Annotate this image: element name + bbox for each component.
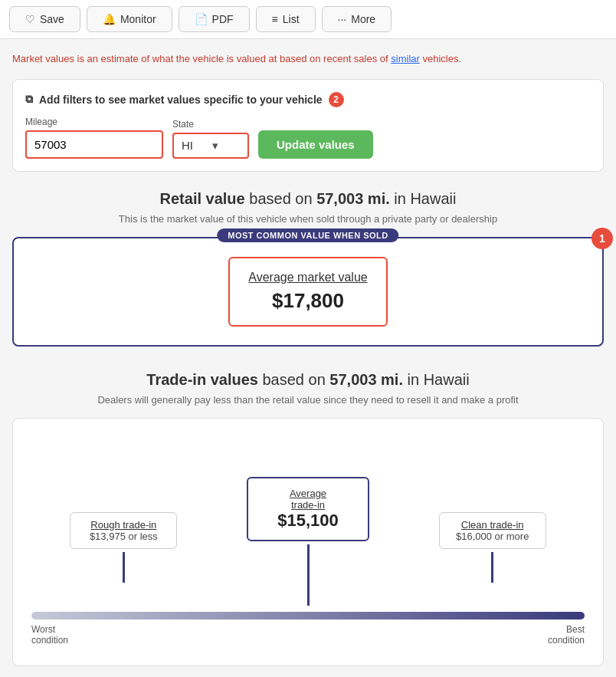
bell-icon: 🔔 (103, 13, 116, 25)
trade-title-suffix: in Hawaii (403, 371, 470, 388)
state-group: State HI ▾ (172, 119, 249, 159)
clean-box: Clean trade-in $16,000 or more (439, 512, 546, 549)
list-icon: ≡ (272, 13, 278, 25)
clean-stem (491, 552, 493, 583)
avg-market-label[interactable]: Average market value (248, 271, 367, 284)
retail-title-bold: Retail value (160, 190, 245, 207)
retail-title-suffix: in Hawaii (390, 190, 457, 207)
save-label: Save (40, 13, 64, 25)
save-button[interactable]: ♡ Save (9, 6, 80, 32)
main-content: Market values is an estimate of what the… (0, 39, 616, 677)
similar-link[interactable]: similar (391, 53, 420, 64)
clean-col: Clean trade-in $16,000 or more (400, 512, 585, 583)
bar-chart: Rough trade-in $13,975 or less Average t… (31, 437, 585, 653)
avg-label-line2: trade-in (291, 499, 325, 511)
best-condition-label: Bestcondition (548, 624, 585, 646)
monitor-button[interactable]: 🔔 Monitor (87, 6, 172, 32)
pdf-icon: 📄 (195, 13, 208, 25)
ellipsis-icon: ··· (338, 13, 347, 25)
heart-icon: ♡ (25, 13, 35, 25)
list-button[interactable]: ≡ List (256, 6, 316, 32)
condition-labels: Worstcondition Bestcondition (31, 624, 585, 646)
toolbar: ♡ Save 🔔 Monitor 📄 PDF ≡ List ··· More (0, 0, 616, 39)
more-button[interactable]: ··· More (322, 6, 392, 32)
trade-title: Trade-in values based on 57,003 mi. in H… (12, 368, 604, 391)
list-label: List (283, 13, 300, 25)
retail-badge-num: 1 (591, 228, 613, 249)
state-select[interactable]: HI ▾ (172, 133, 249, 159)
gradient-bar-row (31, 612, 585, 619)
avg-stem (307, 544, 310, 606)
filters-icon: ⧉ (25, 93, 33, 106)
trade-title-mid: based on (258, 371, 329, 388)
bars-row: Rough trade-in $13,975 or less Average t… (31, 437, 585, 606)
trade-chart-area: Rough trade-in $13,975 or less Average t… (12, 418, 604, 666)
state-label: State (172, 119, 249, 130)
mileage-label: Mileage (25, 117, 163, 127)
gradient-bar (31, 612, 585, 619)
state-value: HI (182, 139, 209, 152)
rough-stem (123, 552, 125, 583)
more-label: More (351, 13, 375, 25)
monitor-label: Monitor (120, 13, 156, 25)
rough-col: Rough trade-in $13,975 or less (31, 512, 216, 583)
filters-badge: 2 (329, 92, 344, 107)
trade-subtitle: Dealers will generally pay less than the… (12, 394, 604, 406)
filters-title-text: Add filters to see market values specifi… (39, 94, 323, 106)
filters-row: Mileage State HI ▾ Update values (25, 117, 591, 159)
retail-title-mid: based on (245, 190, 316, 207)
avg-box: Average trade-in $15,100 (247, 477, 369, 541)
pdf-label: PDF (212, 13, 234, 25)
mileage-group: Mileage (25, 117, 163, 159)
most-common-center: Average market value $17,800 (29, 257, 587, 327)
clean-label[interactable]: Clean trade-in (447, 519, 538, 531)
retail-section: Retail value based on 57,003 mi. in Hawa… (12, 187, 604, 347)
retail-title: Retail value based on 57,003 mi. in Hawa… (12, 187, 604, 210)
avg-col: Average trade-in $15,100 (216, 477, 401, 606)
update-values-button[interactable]: Update values (258, 130, 373, 159)
avg-trade-value: $15,100 (260, 511, 356, 531)
avg-trade-label: Average trade-in (260, 488, 356, 511)
worst-condition-label: Worstcondition (31, 624, 68, 646)
most-common-container: MOST COMMON VALUE WHEN SOLD 1 Average ma… (12, 237, 604, 347)
retail-subtitle: This is the market value of this vehicle… (12, 213, 604, 225)
avg-label-line1: Average (290, 488, 326, 499)
filters-title: ⧉ Add filters to see market values speci… (25, 92, 591, 107)
trade-mileage: 57,003 mi. (329, 371, 403, 388)
market-notice: Market values is an estimate of what the… (12, 51, 604, 67)
mileage-input[interactable] (25, 130, 163, 159)
rough-label[interactable]: Rough trade-in (78, 519, 169, 531)
clean-value: $16,000 or more (447, 531, 538, 542)
avg-market-value: $17,800 (248, 289, 367, 313)
retail-mileage: 57,003 mi. (316, 190, 390, 207)
pdf-button[interactable]: 📄 PDF (179, 6, 250, 32)
trade-section: Trade-in values based on 57,003 mi. in H… (12, 368, 604, 666)
chevron-down-icon: ▾ (212, 139, 240, 153)
most-common-badge: MOST COMMON VALUE WHEN SOLD (217, 228, 398, 242)
filters-box: ⧉ Add filters to see market values speci… (12, 79, 604, 172)
trade-title-bold: Trade-in values (146, 371, 258, 388)
avg-market-box: Average market value $17,800 (228, 257, 387, 327)
rough-box: Rough trade-in $13,975 or less (70, 512, 177, 549)
rough-value: $13,975 or less (78, 531, 169, 542)
